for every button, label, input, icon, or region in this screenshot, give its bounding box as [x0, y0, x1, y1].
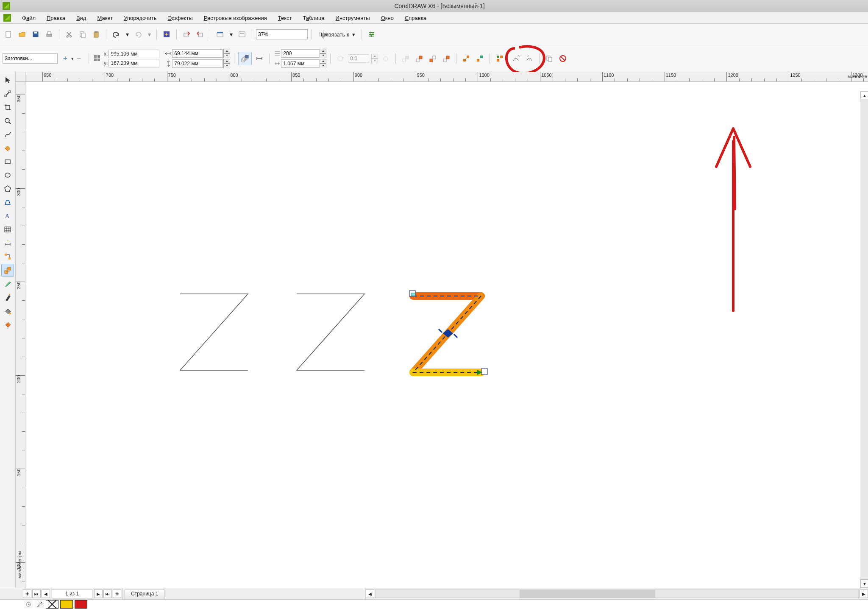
blend-direct-button[interactable] [238, 52, 252, 65]
width-field[interactable]: 69.144 мм [172, 49, 223, 58]
app-launcher-button[interactable] [214, 28, 226, 40]
save-button[interactable] [30, 28, 42, 40]
palette-eyedropper[interactable] [35, 600, 44, 609]
page-first-button[interactable]: ⏮ [32, 589, 41, 598]
h-scroll-track[interactable] [375, 589, 859, 598]
app-launcher-drop[interactable]: ▾ [228, 28, 234, 40]
page-add-right[interactable]: ✚ [113, 589, 121, 598]
paste-button[interactable] [90, 28, 102, 40]
scroll-down-button[interactable]: ▼ [860, 579, 868, 588]
horizontal-scrollbar[interactable]: ◀ ▶ [365, 588, 868, 599]
new-path-button[interactable] [510, 53, 522, 64]
preset-remove-button[interactable]: − [73, 53, 85, 64]
ruler-origin[interactable] [16, 72, 25, 82]
vertical-scrollbar[interactable]: ▲ ▼ [860, 91, 868, 588]
clear-blend-button[interactable] [557, 53, 569, 64]
reverse-path-button[interactable] [523, 53, 535, 64]
outline-tool[interactable] [1, 291, 14, 304]
options-button[interactable] [366, 28, 378, 40]
height-field[interactable]: 79.022 мм [172, 59, 223, 68]
menu-text[interactable]: Текст [276, 14, 294, 22]
accel-color-button[interactable] [474, 53, 486, 64]
blend-step-button[interactable] [253, 53, 265, 64]
blend-steps-field[interactable]: 200 [281, 49, 319, 58]
blend-tool[interactable] [1, 264, 14, 277]
copy-blend-button[interactable] [543, 53, 555, 64]
undo-dropdown[interactable]: ▾ [124, 28, 131, 40]
fill-tool[interactable] [1, 304, 14, 317]
accel-object-button[interactable] [460, 53, 472, 64]
connector-tool[interactable] [1, 250, 14, 263]
scroll-right-button[interactable]: ▶ [860, 589, 868, 598]
loop-button[interactable] [380, 53, 392, 64]
text-tool[interactable]: A [1, 210, 14, 222]
eyedropper-tool[interactable] [1, 277, 14, 290]
new-button[interactable] [3, 28, 14, 40]
print-button[interactable] [43, 28, 55, 40]
gradient-bar-1[interactable] [163, 205, 290, 268]
pick-tool[interactable] [1, 74, 14, 87]
h-scroll-thumb[interactable] [520, 590, 655, 598]
redo-dropdown[interactable]: ▾ [146, 28, 153, 40]
menu-help[interactable]: Справка [403, 14, 428, 22]
page-last-button[interactable]: ⏭ [103, 589, 112, 598]
preset-add-button[interactable]: + [59, 53, 71, 64]
color-cw2-button[interactable] [440, 53, 452, 64]
copy-button[interactable] [77, 28, 89, 40]
blend-rotation-button[interactable] [334, 53, 346, 64]
page-add-left[interactable]: ✚ [23, 589, 31, 598]
color-cw-button[interactable] [427, 53, 439, 64]
zoom-combo[interactable]: ▼ [256, 29, 308, 39]
blend-spacing-field[interactable]: 1.067 мм [281, 59, 319, 68]
menu-table[interactable]: Таблица [301, 14, 326, 22]
yellow-swatch[interactable] [60, 600, 73, 609]
shape-tool[interactable] [1, 87, 14, 100]
x-field[interactable]: 995.106 мм [108, 50, 159, 58]
redo-button[interactable] [132, 28, 144, 40]
vertical-ruler[interactable]: миллиметры 350300250200150100 [16, 82, 25, 588]
w-spinners[interactable]: ▲▼ [223, 49, 230, 58]
canvas[interactable]: ▲ ▼ [25, 82, 868, 588]
zoom-tool[interactable] [1, 115, 14, 127]
menu-layout[interactable]: Макет [95, 14, 114, 22]
rotation-field[interactable]: 0.0 [348, 54, 369, 63]
menu-view[interactable]: Вид [75, 14, 88, 22]
menu-file[interactable]: Файл [20, 14, 37, 22]
page-counter[interactable]: 1 из 1 [52, 589, 92, 598]
menu-edit[interactable]: Правка [45, 14, 67, 22]
color-direct-button[interactable] [400, 53, 412, 64]
welcome-screen-button[interactable] [236, 28, 248, 40]
z-outline-1[interactable] [180, 294, 307, 358]
horizontal-ruler[interactable]: миллиме 65070075080085090095010001050110… [25, 72, 868, 82]
table-tool[interactable] [1, 223, 14, 236]
freehand-tool[interactable] [1, 128, 14, 141]
blend-z[interactable] [407, 290, 500, 383]
dimension-tool[interactable] [1, 237, 14, 249]
scroll-track[interactable] [860, 99, 868, 580]
scroll-up-button[interactable]: ▲ [860, 91, 868, 100]
steps-spin[interactable]: ▲▼ [320, 49, 326, 58]
crop-tool[interactable] [1, 101, 14, 114]
menu-effects[interactable]: Эффекты [166, 14, 195, 22]
menu-window[interactable]: Окно [379, 14, 395, 22]
presets-combo[interactable]: ▼ [3, 53, 58, 64]
page-prev-button[interactable]: ◀ [42, 589, 50, 598]
snap-to-menu[interactable]: Привязать к ▾ [316, 31, 358, 39]
interactive-fill-tool[interactable] [1, 318, 14, 331]
color-ccw-button[interactable] [413, 53, 425, 64]
open-button[interactable] [16, 28, 28, 40]
polygon-tool[interactable] [1, 182, 14, 195]
y-field[interactable]: 167.239 мм [108, 59, 159, 67]
menu-arrange[interactable]: Упорядочить [122, 14, 158, 22]
scroll-left-button[interactable]: ◀ [366, 589, 374, 598]
page-tab-1[interactable]: Страница 1 [125, 589, 164, 599]
cut-button[interactable] [63, 28, 75, 40]
search-content-button[interactable] [161, 28, 172, 40]
more-blend-button[interactable] [494, 53, 506, 64]
undo-button[interactable] [110, 28, 122, 40]
gradient-bar-2[interactable] [292, 291, 420, 354]
rot-spin[interactable]: ▲▼ [371, 54, 378, 63]
spacing-spin[interactable]: ▲▼ [320, 59, 326, 68]
import-button[interactable] [181, 28, 192, 40]
page-next-button[interactable]: ▶ [94, 589, 103, 598]
